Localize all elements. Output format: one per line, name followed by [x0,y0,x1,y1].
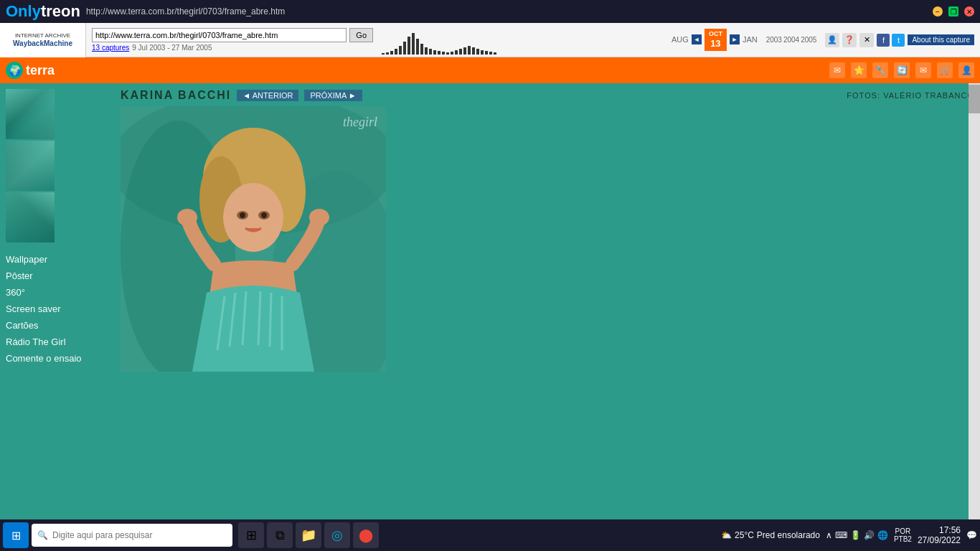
thumb-img-1 [6,89,55,139]
wayback-go-button[interactable]: Go [349,28,373,42]
close-button[interactable]: ✕ [964,6,974,17]
taskbar-app-explorer[interactable]: 📁 [296,522,321,548]
taskbar-apps: ⊞ ⧉ 📁 ◎ ⬤ [238,522,379,548]
wayback-captures-row: 13 captures 9 Jul 2003 - 27 Mar 2005 [92,44,373,52]
sidebar-item-360[interactable]: 360° [0,284,115,301]
sidebar-item-poster[interactable]: Pôster [0,268,115,284]
browser-logo: Onlytreon [6,2,80,21]
search-icon: 🔍 [37,530,48,540]
title-bar-controls: − ❐ ✕ [933,6,974,17]
thumbnail-1[interactable] [6,89,55,139]
terra-logo: 🌍 terra [6,62,55,79]
wayback-logo: INTERNET ARCHIVE WaybackMachine [0,23,86,57]
svg-point-8 [223,183,283,252]
wayback-prev-button[interactable]: ◄ [692,34,702,44]
wayback-action-icon1[interactable]: 👤 [825,33,839,47]
taskbar-right: ⛅ 25°C Pred ensolarado ∧ ⌨ 🔋 🔊 🌐 POR PTB… [721,525,977,545]
thumbnail-2[interactable] [6,141,55,191]
taskbar-app-edge[interactable]: ◎ [324,522,350,548]
wayback-close-icon[interactable]: ✕ [859,33,874,47]
timeline-bar [489,52,492,55]
terra-icon-2[interactable]: ⭐ [851,62,867,78]
model-name: KARINA BACCHI [121,89,231,102]
terra-icon-5[interactable]: ✉ [915,62,931,78]
wayback-actions: 👤 ❓ ✕ f t About this capture [819,33,980,47]
timeline-bar [446,52,449,55]
terra-toolbar: ✉ ⭐ 🔧 🔄 ✉ 🛒 👤 [829,62,974,78]
start-button[interactable]: ⊞ [3,522,29,548]
wayback-action-icon2[interactable]: ❓ [842,33,857,47]
photo-svg [121,106,386,372]
year-2003: 2003 [766,36,782,44]
timeline-bar [429,49,432,55]
taskbar-app-widgets[interactable]: ⊞ [238,522,264,548]
title-bar-url: http://www.terra.com.br/thegirl/0703/fra… [86,6,285,17]
taskbar-app-multitasking[interactable]: ⧉ [267,522,293,548]
windows-icon: ⊞ [11,529,21,542]
terra-icon-4[interactable]: 🔄 [894,62,910,78]
thumb-img-2 [6,141,55,191]
prev-photo-button[interactable]: ◄ ANTERIOR [237,90,298,101]
terra-icon-7[interactable]: 👤 [958,62,974,78]
terra-icon-3[interactable]: 🔧 [872,62,888,78]
timeline-bar [485,51,488,55]
sidebar-item-screensaver[interactable]: Screen saver [0,301,115,317]
sidebar-item-cartoes[interactable]: Cartões [0,317,115,334]
main-photo: thegirl [121,106,386,372]
wayback-about-button[interactable]: About this capture [908,34,974,45]
thumb-img-3 [6,192,55,242]
logo-only: Only [6,2,41,20]
wayback-timeline [379,23,666,57]
taskbar-tray: ∧ ⌨ 🔋 🔊 🌐 [826,530,888,540]
timeline-bar [459,49,462,55]
minimize-button[interactable]: − [933,6,943,17]
next-photo-button[interactable]: PRÓXIMA ► [304,90,362,101]
wayback-year-next: JAN [743,35,758,44]
scrollbar[interactable] [969,83,980,531]
tray-keyboard: ⌨ [835,530,847,540]
wayback-url-input[interactable] [92,28,347,42]
svg-point-19 [240,212,245,218]
sidebar-item-wallpaper[interactable]: Wallpaper [0,251,115,268]
wayback-bar: INTERNET ARCHIVE WaybackMachine Go 13 ca… [0,23,980,57]
sidebar-menu: Wallpaper Pôster 360° Screen saver Cartõ… [0,251,115,367]
year-2004: 2004 [783,36,799,44]
timeline-bar [463,47,466,55]
main-content: Wallpaper Pôster 360° Screen saver Cartõ… [0,83,980,531]
sidebar-item-comente[interactable]: Comente o ensaio [0,350,115,367]
wayback-next-button[interactable]: ► [730,34,740,44]
taskbar-app-chrome[interactable]: ⬤ [353,522,379,548]
timeline-bar [407,37,410,55]
photo-credit: FOTOS: VALÉRIO TRABANCO [847,91,974,100]
taskbar-search-input[interactable] [52,530,227,540]
timeline-bar [416,39,419,55]
wayback-captures-link[interactable]: 13 captures [92,44,129,52]
twitter-icon[interactable]: t [892,34,905,47]
tray-notification[interactable]: 💬 [966,530,977,540]
terra-icon-6[interactable]: 🛒 [937,62,953,78]
scrollbar-thumb[interactable] [969,85,980,113]
sidebar-item-radio[interactable]: Rádio The Girl [0,334,115,350]
taskbar-search-bar[interactable]: 🔍 [32,524,232,547]
wayback-logo-text1: INTERNET ARCHIVE [13,32,72,39]
sidebar: Wallpaper Pôster 360° Screen saver Cartõ… [0,83,115,531]
timeline-bar [382,53,385,55]
lang-code: POR PTB2 [894,527,912,543]
content-area: KARINA BACCHI ◄ ANTERIOR PRÓXIMA ► FOTOS… [115,83,980,531]
tray-volume[interactable]: 🔊 [864,530,875,540]
taskbar: ⊞ 🔍 ⊞ ⧉ 📁 ◎ ⬤ ⛅ 25°C Pred ensolarado ∧ ⌨… [0,519,980,551]
taskbar-language: POR PTB2 [894,527,912,543]
thumbnail-3[interactable] [6,192,55,242]
tray-arrow[interactable]: ∧ [826,530,832,540]
facebook-icon[interactable]: f [877,34,890,47]
timeline-bar [468,46,471,55]
timeline-bar [386,52,389,55]
taskbar-clock: 17:56 27/09/2022 [918,525,961,545]
timeline-bar [451,52,453,55]
tray-network: 🌐 [877,530,888,540]
svg-point-20 [261,212,267,218]
timeline-bar [494,52,496,55]
timeline-bar [472,47,475,55]
terra-icon-1[interactable]: ✉ [829,62,845,78]
restore-button[interactable]: ❐ [948,6,958,17]
